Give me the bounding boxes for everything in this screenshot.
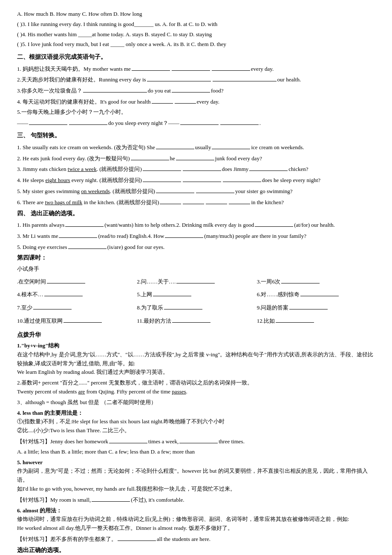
s4-item2: 3. Mr Li wants me (read/to read) English…: [17, 231, 375, 241]
blank: [175, 97, 196, 104]
blank: [83, 86, 147, 92]
blank: [213, 75, 277, 81]
blank: [59, 231, 97, 238]
blank: [176, 277, 215, 283]
blank: [176, 153, 214, 160]
s2-item1: 1. 妈妈想让我天天喝牛奶。My mother wants me every d…: [17, 64, 375, 74]
tip4-choices: A. a little; less than B. a little; more…: [17, 448, 375, 457]
blank: [118, 534, 156, 541]
grid-item-7: 7.至少: [17, 303, 135, 312]
choices-row: A. How much B. How many C. How often D. …: [17, 10, 375, 19]
s2-item4: 4. 每天运动对我们的健康有好处。It's good for our healt…: [17, 97, 375, 107]
tip4-item2: ②比....(小)少:Two is less than Three. 二比三小。: [17, 426, 375, 435]
blank: [172, 64, 210, 71]
tip6-heading: 6. almost 的用法：: [17, 506, 375, 515]
q4-line: ( )4. His mother wants him _____at home …: [17, 30, 375, 39]
s3-item5: 5. My sister goes swimming on weekends. …: [17, 186, 375, 196]
tip5-heading: 5. however: [17, 458, 375, 467]
s2-item3: 3.你多久吃一次垃圾食品？ do you eat food?: [17, 86, 375, 95]
q3-line: ( )3. I like running every day. I think …: [17, 20, 375, 29]
blank: [249, 164, 288, 171]
tip1-heading: 1."by+v-ing"结构: [17, 341, 375, 350]
grid-item-11: 11.最好的方法: [137, 316, 255, 326]
blank: [300, 289, 339, 296]
blank: [153, 289, 191, 296]
tip6-exercise: 【针对练习】差不多所有的学生都来了。 all the students are …: [17, 534, 375, 544]
blank: [172, 316, 210, 323]
grid-item-3: 3.一周6次: [257, 277, 375, 286]
blank: [29, 118, 67, 125]
tip5: 5. however 作为副词，意为"可是；不过；然而；无论如何；不论到什么程度…: [17, 458, 375, 505]
grid-item-5: 5.上网: [137, 289, 255, 299]
blank: [68, 242, 107, 249]
tip1-example: We learn English by reading aloud. 我们通过大…: [17, 368, 375, 377]
s4-item3: 5. Doing eye exercises (is/are) good for…: [17, 242, 375, 252]
tip4-item1: ①(指数量)不到，不足:He slept for less than six h…: [17, 417, 375, 426]
tip4-exercise: 【针对练习】Jenny does her homework times a we…: [17, 436, 375, 446]
grid-item-10: 10.通过使用互联网: [17, 316, 135, 326]
tip3-heading: 3、although = though 虽然 but 但是 （二者不能同时使用）: [17, 398, 375, 407]
tip6-body: 修饰动词时，通常应放在行为动词之前，特殊动词之后(见上例)；修饰形容词、副词、名…: [17, 515, 375, 524]
blank: [47, 277, 85, 283]
blank: [132, 64, 170, 71]
blank: [289, 303, 328, 309]
blank: [220, 118, 259, 125]
blank: [183, 197, 204, 204]
blank: [92, 495, 130, 502]
tip2-example: Twenty percent of students are from Quji…: [17, 387, 375, 396]
blank: [152, 97, 173, 104]
lesson4-subtitle: 小试身手: [17, 265, 375, 274]
blank: [69, 118, 107, 125]
blank: [147, 75, 211, 81]
blank: [229, 197, 250, 204]
grid-item-4: 4.根本不…: [17, 289, 135, 299]
tip1-body: 在这个结构中,by 是介词,意为"以……方式"、"以……方法或手段",by 之后…: [17, 350, 375, 368]
s3-item6: 6. There are two bags of milk in the kit…: [17, 197, 375, 207]
q5-line: ( )5. I love junk food very much, but I …: [17, 40, 375, 49]
grid-item-6: 6.对……感到惊奇: [257, 289, 375, 299]
tip1: 1."by+v-ing"结构 在这个结构中,by 是介词,意为"以……方式"、"…: [17, 341, 375, 377]
grid-item-1: .在空闲时间: [17, 277, 135, 286]
lesson4-title: 第四课时：: [17, 253, 375, 263]
tips-title: 点拨升华: [17, 330, 375, 340]
blank: [281, 277, 320, 283]
tip5-example: 如I'd like to go with you, however, my ha…: [17, 485, 375, 494]
blank: [143, 164, 181, 171]
section4-title: 四、 选出正确的选项。: [17, 209, 375, 218]
grid-item-8: 8.为了取乐: [137, 303, 255, 312]
tip6-example: He worked almost all day.他几乎一整天都在工作。Dinn…: [17, 524, 375, 533]
tip3: 3、although = though 虽然 but 但是 （二者不能同时使用）: [17, 398, 375, 407]
section3-title: 三、 句型转换。: [17, 131, 375, 140]
tip4-heading: 4. less than 的主要用法是：: [17, 409, 375, 418]
blank: [206, 197, 227, 204]
blank: [143, 175, 181, 182]
sleep-line: —— do you sleep every night？—— .: [17, 118, 375, 128]
grid-item-2: 2.问……关于….: [137, 277, 255, 286]
blank: [183, 164, 221, 171]
s2-item5: 5.一你每天晚上睡多少个小时？一九个小时。: [17, 108, 375, 117]
blank: [63, 316, 102, 323]
blank: [164, 303, 202, 309]
blank: [156, 186, 194, 193]
blank: [156, 142, 194, 149]
blank: [255, 220, 293, 227]
final-section-title: 选出正确的选项。: [17, 546, 375, 555]
lesson4-grid: .在空闲时间 2.问……关于…. 3.一周6次 4.根本不… 5.上网 6.对……: [17, 275, 375, 327]
blank: [109, 436, 147, 443]
blank: [276, 316, 314, 323]
s2-item2: 2.天天跑步对我们的健康有好处。Running every day is our…: [17, 75, 375, 84]
section2-title: 二、根据汉语提示完成英语句子。: [17, 52, 375, 62]
s3-item1: 1. She usually eats ice cream on weekend…: [17, 142, 375, 152]
grid-item-12: 12.比如: [257, 316, 375, 326]
blank: [172, 86, 210, 92]
blank: [183, 175, 221, 182]
blank: [44, 289, 83, 296]
tip2: 2.基数词+ percent "百分之......" percent 无复数形式…: [17, 379, 375, 396]
blank: [65, 220, 104, 227]
blank: [131, 153, 169, 160]
s3-item3: 3. Jimmy eats chicken twice a week. (就画线…: [17, 164, 375, 174]
tip5-exercise: 【针对练习】My room is small, (不过), it's comfo…: [17, 495, 375, 505]
blank: [165, 231, 203, 238]
tip6: 6. almost 的用法： 修饰动词时，通常应放在行为动词之前，特殊动词之后(…: [17, 506, 375, 544]
grid-item-9: 9.问题的答案: [257, 303, 375, 312]
